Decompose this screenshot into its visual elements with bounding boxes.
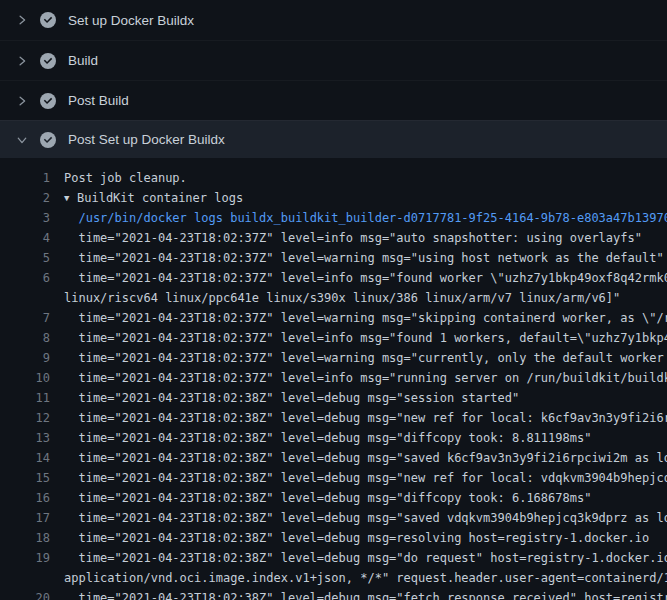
step-label: Build <box>68 53 98 68</box>
check-circle-icon <box>40 12 56 28</box>
command-text: /usr/bin/docker logs buildx_buildkit_bui… <box>50 208 667 228</box>
line-number[interactable]: 19 <box>0 548 50 568</box>
log-line: 5 time="2021-04-23T18:02:37Z" level=warn… <box>0 248 667 268</box>
line-number[interactable]: 12 <box>0 408 50 428</box>
chevron-right-icon[interactable] <box>14 53 30 69</box>
line-number[interactable]: 6 <box>0 268 50 288</box>
log-line: 8 time="2021-04-23T18:02:37Z" level=info… <box>0 328 667 348</box>
log-text: time="2021-04-23T18:02:38Z" level=debug … <box>50 548 667 568</box>
log-text: time="2021-04-23T18:02:37Z" level=info m… <box>50 228 642 248</box>
log-text: time="2021-04-23T18:02:37Z" level=info m… <box>50 328 667 348</box>
line-number[interactable]: 7 <box>0 308 50 328</box>
log-text: time="2021-04-23T18:02:38Z" level=debug … <box>50 508 667 528</box>
line-number[interactable]: 14 <box>0 448 50 468</box>
log-text: time="2021-04-23T18:02:37Z" level=warnin… <box>50 308 667 328</box>
log-text: time="2021-04-23T18:02:38Z" level=debug … <box>50 388 519 408</box>
log-text: time="2021-04-23T18:02:37Z" level=info m… <box>50 268 667 288</box>
log-line: 14 time="2021-04-23T18:02:38Z" level=deb… <box>0 448 667 468</box>
line-number[interactable]: 1 <box>0 168 50 188</box>
step-post-set-up-docker-buildx[interactable]: Post Set up Docker Buildx <box>0 120 667 158</box>
step-label: Post Set up Docker Buildx <box>68 132 225 147</box>
line-number[interactable]: 10 <box>0 368 50 388</box>
log-line: application/vnd.oci.image.index.v1+json,… <box>0 568 667 588</box>
line-number[interactable]: 15 <box>0 468 50 488</box>
log-text: time="2021-04-23T18:02:38Z" level=debug … <box>50 448 667 468</box>
log-text: time="2021-04-23T18:02:37Z" level=warnin… <box>50 348 667 368</box>
line-number[interactable]: 8 <box>0 328 50 348</box>
line-number <box>0 568 50 588</box>
log-line: 12 time="2021-04-23T18:02:38Z" level=deb… <box>0 408 667 428</box>
log-line: 3 /usr/bin/docker logs buildx_buildkit_b… <box>0 208 667 228</box>
log-line: 2▼BuildKit container logs <box>0 188 667 208</box>
log-line: 6 time="2021-04-23T18:02:37Z" level=info… <box>0 268 667 288</box>
log-line: 20 time="2021-04-23T18:02:38Z" level=deb… <box>0 588 667 600</box>
group-toggle-icon[interactable]: ▼ <box>64 188 77 208</box>
line-number[interactable]: 2 <box>0 188 50 208</box>
log-line: 18 time="2021-04-23T18:02:38Z" level=deb… <box>0 528 667 548</box>
log-text: application/vnd.oci.image.index.v1+json,… <box>50 568 667 588</box>
log-line: linux/riscv64 linux/ppc641e linux/s390x … <box>0 288 667 308</box>
line-number[interactable]: 13 <box>0 428 50 448</box>
log-line: 16 time="2021-04-23T18:02:38Z" level=deb… <box>0 488 667 508</box>
check-circle-icon <box>40 93 56 109</box>
log-group-header[interactable]: ▼BuildKit container logs <box>50 188 243 208</box>
log-line: 7 time="2021-04-23T18:02:37Z" level=warn… <box>0 308 667 328</box>
chevron-down-icon[interactable] <box>14 132 30 148</box>
log-line: 1Post job cleanup. <box>0 168 667 188</box>
line-number[interactable]: 11 <box>0 388 50 408</box>
line-number[interactable]: 17 <box>0 508 50 528</box>
log-text: linux/riscv64 linux/ppc641e linux/s390x … <box>50 288 620 308</box>
log-text: time="2021-04-23T18:02:38Z" level=debug … <box>50 588 667 600</box>
log-text: time="2021-04-23T18:02:38Z" level=debug … <box>50 408 667 428</box>
log-line: 15 time="2021-04-23T18:02:38Z" level=deb… <box>0 468 667 488</box>
steps-list: Set up Docker Buildx Build Post Build Po… <box>0 0 667 158</box>
log-line: 9 time="2021-04-23T18:02:37Z" level=warn… <box>0 348 667 368</box>
line-number[interactable]: 9 <box>0 348 50 368</box>
chevron-right-icon[interactable] <box>14 12 30 28</box>
step-post-build[interactable]: Post Build <box>0 80 667 120</box>
line-number <box>0 288 50 308</box>
log-line: 10 time="2021-04-23T18:02:37Z" level=inf… <box>0 368 667 388</box>
log-text: Post job cleanup. <box>50 168 187 188</box>
check-circle-icon <box>40 132 56 148</box>
line-number[interactable]: 20 <box>0 588 50 600</box>
check-circle-icon <box>40 53 56 69</box>
line-number[interactable]: 16 <box>0 488 50 508</box>
line-number[interactable]: 5 <box>0 248 50 268</box>
line-number[interactable]: 18 <box>0 528 50 548</box>
group-title: BuildKit container logs <box>77 191 243 205</box>
log-text: time="2021-04-23T18:02:37Z" level=warnin… <box>50 248 664 268</box>
chevron-right-icon[interactable] <box>14 93 30 109</box>
step-label: Post Build <box>68 93 129 108</box>
step-build[interactable]: Build <box>0 40 667 80</box>
step-label: Set up Docker Buildx <box>68 13 194 28</box>
log-line: 19 time="2021-04-23T18:02:38Z" level=deb… <box>0 548 667 568</box>
line-number[interactable]: 4 <box>0 228 50 248</box>
log-text: time="2021-04-23T18:02:38Z" level=debug … <box>50 468 667 488</box>
step-set-up-docker-buildx[interactable]: Set up Docker Buildx <box>0 0 667 40</box>
log-text: time="2021-04-23T18:02:38Z" level=debug … <box>50 528 649 548</box>
log-text: time="2021-04-23T18:02:38Z" level=debug … <box>50 488 591 508</box>
line-number[interactable]: 3 <box>0 208 50 228</box>
log-output: 1Post job cleanup.2▼BuildKit container l… <box>0 158 667 600</box>
log-text: time="2021-04-23T18:02:37Z" level=info m… <box>50 368 667 388</box>
log-line: 13 time="2021-04-23T18:02:38Z" level=deb… <box>0 428 667 448</box>
log-line: 11 time="2021-04-23T18:02:38Z" level=deb… <box>0 388 667 408</box>
log-line: 4 time="2021-04-23T18:02:37Z" level=info… <box>0 228 667 248</box>
log-line: 17 time="2021-04-23T18:02:38Z" level=deb… <box>0 508 667 528</box>
log-text: time="2021-04-23T18:02:38Z" level=debug … <box>50 428 591 448</box>
